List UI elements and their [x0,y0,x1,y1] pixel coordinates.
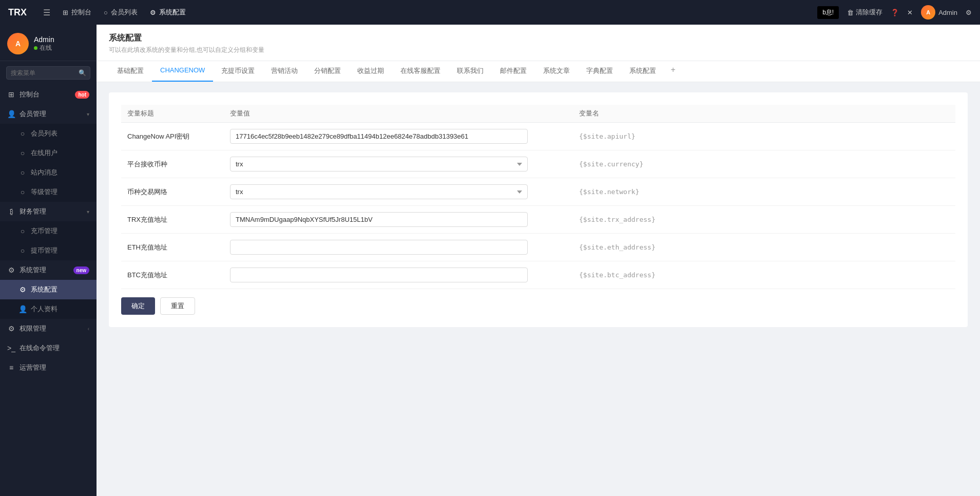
clear-cache-btn[interactable]: 🗑 清除缓存 [847,8,882,17]
settings-btn[interactable]: ⚙ [966,9,972,16]
row-value-2: trxethbtc [224,178,573,206]
table-row: 币种交易网络trxethbtc{$site.network} [121,178,955,206]
tab-distribution[interactable]: 分销配置 [306,61,349,82]
admin-name: Admin [938,9,957,16]
permissions-label: 权限管理 [20,324,46,333]
top-nav-right: b息! 🗑 清除缓存 ❓ ✕ A Admin ⚙ [817,5,972,20]
tab-dictionary[interactable]: 字典配置 [578,61,621,82]
sys-mgmt-icon: ⚙ [7,266,15,274]
sys-sub-menu: ⚙ 系统配置 👤 个人资料 [0,280,97,319]
chevron-left-icon: ‹ [88,326,89,332]
tab-changenow[interactable]: CHANGENOW [152,61,213,82]
sidebar: A Admin 在线 🔍 ⊞ 控制台 hot [0,25,97,496]
search-input[interactable] [6,66,90,80]
member-mgmt-label: 会员管理 [20,109,46,119]
sidebar-item-dashboard[interactable]: ⊞ 控制台 hot [0,85,97,104]
question-icon: ❓ [891,9,899,16]
nav-dashboard-label: 控制台 [71,8,91,17]
col-header-label: 变量标题 [121,105,224,123]
sidebar-item-online-cmd[interactable]: >_ 在线命令管理 [0,338,97,358]
sidebar-item-finance[interactable]: ₿ 财务管理 ▾ [0,202,97,221]
fullscreen-btn[interactable]: ✕ [907,9,913,16]
reset-button[interactable]: 重置 [160,297,195,315]
nav-item-dashboard[interactable]: ⊞ 控制台 [63,8,91,17]
admin-menu[interactable]: A Admin [921,5,957,20]
row-varname-2: {$site.network} [573,178,955,206]
tab-article[interactable]: 系统文章 [535,61,578,82]
sidebar-item-recharge[interactable]: ○ 充币管理 [0,221,97,241]
tab-recharge[interactable]: 充提币设置 [213,61,263,82]
tab-email[interactable]: 邮件配置 [492,61,535,82]
member-sub-menu: ○ 会员列表 ○ 在线用户 ○ 站内消息 ○ 等级管理 [0,124,97,202]
member-mgmt-icon: 👤 [7,110,15,118]
config-tabs: 基础配置 CHANGENOW 充提币设置 营销活动 分销配置 收益过期 在线客服… [97,61,980,82]
input-0[interactable] [230,129,528,144]
notification-area[interactable]: b息! [817,6,839,19]
row-label-3: TRX充值地址 [121,206,224,234]
page-description: 可以在此填改系统的变量和分组,也可以自定义分组和变量 [109,46,968,54]
sidebar-item-permissions[interactable]: ⚙ 权限管理 ‹ [0,319,97,338]
online-cmd-label: 在线命令管理 [20,344,60,353]
new-badge: new [73,266,89,274]
form-buttons: 确定 重置 [121,297,955,315]
select-2[interactable]: trxethbtc [230,184,528,199]
row-label-5: BTC充值地址 [121,261,224,289]
main-layout: A Admin 在线 🔍 ⊞ 控制台 hot [0,25,980,496]
row-varname-4: {$site.eth_address} [573,234,955,261]
cmd-icon: >_ [7,344,15,352]
input-3[interactable] [230,212,528,227]
profile-icon: 👤 [18,305,27,313]
dashboard-icon: ⊞ [63,9,68,16]
circle-icon3: ○ [18,168,27,177]
tab-marketing[interactable]: 营销活动 [263,61,306,82]
sidebar-item-online-users[interactable]: ○ 在线用户 [0,143,97,163]
level-mgmt-label: 等级管理 [31,187,57,197]
select-1[interactable]: trxethbtc [230,157,528,171]
nav-members-label: 会员列表 [111,8,138,17]
dashboard-menu-icon: ⊞ [7,90,15,99]
chevron-right-icon: ▾ [87,209,89,215]
row-label-4: ETH充值地址 [121,234,224,261]
sidebar-item-withdraw[interactable]: ○ 提币管理 [0,241,97,260]
trash-icon: 🗑 [847,9,854,16]
site-msg-label: 站内消息 [31,168,57,177]
tab-online-service[interactable]: 在线客服配置 [392,61,449,82]
sidebar-item-member-mgmt[interactable]: 👤 会员管理 ▾ [0,104,97,124]
sidebar-item-profile[interactable]: 👤 个人资料 [0,299,97,319]
gear-icon: ⚙ [966,9,972,16]
sidebar-status-text: 在线 [40,44,52,52]
app-logo: TRX [8,7,27,18]
sidebar-item-member-list[interactable]: ○ 会员列表 [0,124,97,143]
input-5[interactable] [230,268,528,282]
sidebar-item-sys-mgmt[interactable]: ⚙ 系统管理 new [0,260,97,280]
sidebar-item-site-msg[interactable]: ○ 站内消息 [0,163,97,182]
tab-contact[interactable]: 联系我们 [449,61,492,82]
tab-basic[interactable]: 基础配置 [109,61,152,82]
sidebar-item-ops[interactable]: ≡ 运营管理 [0,358,97,377]
page-title: 系统配置 [109,33,968,44]
input-4[interactable] [230,240,528,255]
nav-item-sysconfig[interactable]: ⚙ 系统配置 [150,8,186,17]
nav-item-members[interactable]: ○ 会员列表 [104,8,138,17]
table-row: BTC充值地址{$site.btc_address} [121,261,955,289]
row-varname-3: {$site.trx_address} [573,206,955,234]
confirm-button[interactable]: 确定 [121,297,155,315]
sidebar-username: Admin [34,35,54,44]
sys-mgmt-label: 系统管理 [20,265,46,275]
notification-text: b息! [822,9,834,16]
table-row: ETH充值地址{$site.eth_address} [121,234,955,261]
tab-add-btn[interactable]: + [664,61,681,82]
sidebar-user-section: A Admin 在线 [0,25,97,61]
config-table: 变量标题 变量值 变量名 ChangeNow API密钥{$site.apiur… [121,105,955,289]
sys-config-label: 系统配置 [31,285,57,294]
menu-toggle-icon[interactable]: ☰ [43,8,50,17]
row-varname-0: {$site.apiurl} [573,123,955,150]
tab-sys-config[interactable]: 系统配置 [621,61,664,82]
help-btn[interactable]: ❓ [891,9,899,16]
finance-icon: ₿ [7,207,15,216]
circle-icon2: ○ [18,149,27,157]
row-value-0 [224,123,573,150]
sidebar-item-sys-config[interactable]: ⚙ 系统配置 [0,280,97,299]
tab-income[interactable]: 收益过期 [349,61,392,82]
sidebar-item-level-mgmt[interactable]: ○ 等级管理 [0,182,97,202]
